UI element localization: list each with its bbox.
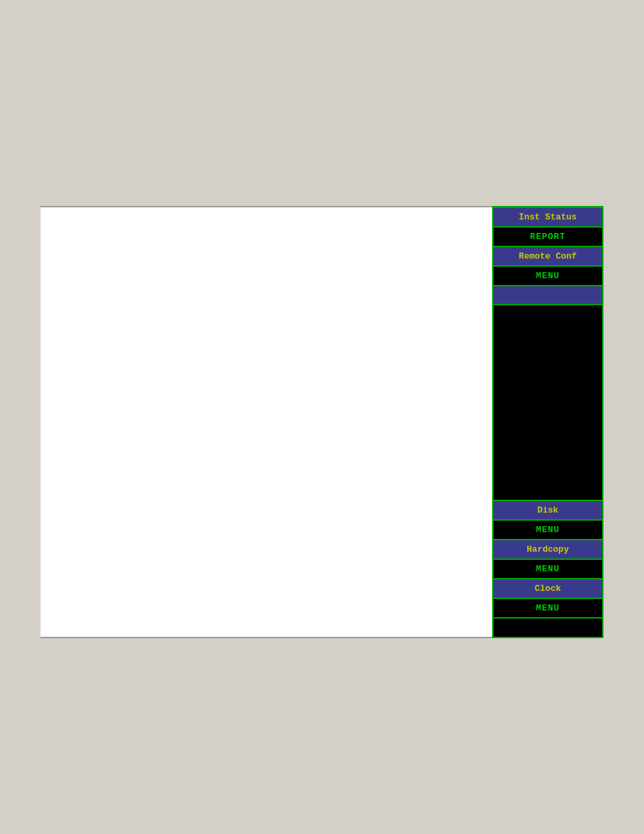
menu-button-2[interactable]: MENU: [493, 520, 602, 540]
remote-conf-button[interactable]: Remote Conf: [493, 246, 602, 266]
spacer-black-bottom: [493, 618, 602, 637]
spacer-black-1: [493, 305, 602, 500]
hardcopy-button[interactable]: Hardcopy: [493, 540, 602, 559]
spacer-purple-1: [493, 286, 602, 305]
clock-button[interactable]: Clock: [493, 579, 602, 598]
menu-button-3[interactable]: MENU: [493, 559, 602, 579]
menu-button-1[interactable]: MENU: [493, 266, 602, 286]
inst-status-button[interactable]: Inst Status: [493, 207, 602, 227]
menu-button-4[interactable]: MENU: [493, 598, 602, 618]
report-button[interactable]: REPORT: [493, 227, 602, 246]
side-panel: Inst Status REPORT Remote Conf MENU Disk…: [492, 206, 603, 638]
disk-button[interactable]: Disk: [493, 500, 602, 520]
